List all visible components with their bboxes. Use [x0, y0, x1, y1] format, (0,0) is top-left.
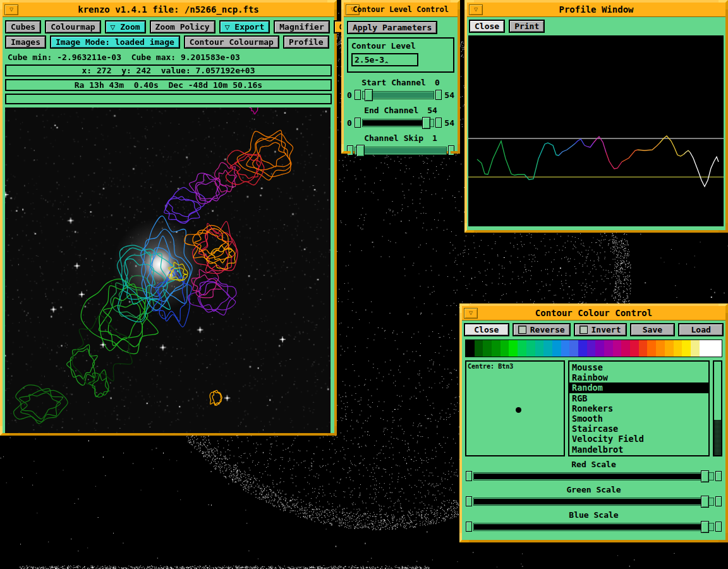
slider-end-button[interactable]	[355, 118, 361, 128]
cubes-button[interactable]: Cubes	[5, 20, 41, 34]
contour-level-input[interactable]: 2.5e-3	[351, 53, 418, 66]
export-menu-button[interactable]: ▽ Export	[219, 20, 270, 34]
slider-thumb[interactable]	[365, 89, 373, 101]
resize-handle[interactable]	[719, 0, 728, 9]
slider-end-button[interactable]	[715, 496, 722, 506]
resize-handle[interactable]	[464, 223, 474, 233]
cube-minmax-readout: Cube min: -2.963211e-03 Cube max: 9.2015…	[8, 52, 332, 62]
slider-trough[interactable]	[355, 147, 447, 155]
list-item[interactable]: Ronekers	[569, 403, 708, 413]
resize-handle[interactable]	[719, 223, 728, 233]
slider-trough[interactable]	[473, 472, 714, 480]
resize-handle[interactable]	[327, 426, 337, 436]
contour-level-title: Contour Level Control	[344, 5, 458, 14]
centre-panel[interactable]: Centre: Btn3	[465, 360, 565, 456]
gradient-swatch	[700, 340, 722, 357]
slider-thumb[interactable]	[701, 470, 709, 482]
apply-parameters-button[interactable]: Apply Parameters	[347, 21, 437, 34]
colour-control-window: ▽ Contour Colour Control Close Reverse I…	[459, 303, 728, 542]
slider-trough[interactable]	[473, 523, 714, 531]
red-scale-slider[interactable]	[466, 470, 722, 482]
slider-thumb[interactable]	[701, 496, 709, 508]
print-button[interactable]: Print	[509, 20, 545, 33]
colourmap-gradient	[465, 340, 722, 357]
resize-handle[interactable]	[464, 0, 474, 9]
contour-colourmap-button[interactable]: Contour Colourmap	[184, 35, 279, 49]
resize-handle[interactable]	[0, 426, 9, 436]
list-item[interactable]: Rainbow	[569, 372, 708, 382]
profile-button[interactable]: Profile	[283, 35, 329, 49]
magnifier-button[interactable]: Magnifier	[274, 20, 329, 34]
list-item[interactable]: Mandelbrot	[569, 444, 708, 455]
list-item[interactable]: RGB	[569, 393, 708, 403]
gradient-swatch	[518, 340, 526, 357]
resize-handle[interactable]	[341, 0, 351, 9]
channel-skip-slider[interactable]	[347, 145, 454, 156]
colourmap-button[interactable]: Colourmap	[45, 20, 100, 34]
slider-end-button[interactable]	[715, 471, 722, 481]
list-item[interactable]: Staircase	[569, 424, 708, 434]
resize-handle[interactable]	[327, 0, 337, 9]
start-channel-slider[interactable]	[355, 89, 442, 101]
slider-trough[interactable]	[473, 498, 714, 506]
slider-thumb[interactable]	[422, 117, 430, 129]
colormap-list[interactable]: Mousse Rainbow Random RGB Ronekers Smoot…	[568, 360, 710, 456]
slider-fill	[360, 148, 446, 154]
resize-handle[interactable]	[451, 0, 460, 9]
list-scrollbar[interactable]	[713, 360, 722, 456]
resize-handle[interactable]	[451, 144, 460, 154]
gradient-swatch	[475, 340, 483, 357]
gradient-swatch	[500, 340, 509, 357]
load-button[interactable]: Load	[678, 323, 724, 336]
slider-end-button[interactable]	[435, 90, 442, 100]
slider-trough[interactable]	[362, 91, 435, 99]
resize-handle[interactable]	[459, 533, 469, 542]
slider-min-label: 0	[347, 118, 352, 128]
list-item[interactable]: Mousse	[569, 362, 708, 372]
slider-trough[interactable]	[362, 119, 435, 127]
close-button[interactable]: Close	[469, 20, 505, 33]
contour-level-titlebar[interactable]: ▽ Contour Level Control	[344, 3, 458, 17]
list-item[interactable]: Random	[569, 382, 708, 393]
slider-end-button[interactable]	[355, 90, 361, 100]
centre-label: Centre: Btn3	[466, 362, 564, 370]
slider-thumb[interactable]	[356, 145, 365, 157]
slider-end-button[interactable]	[715, 522, 722, 532]
colour-control-titlebar[interactable]: ▽ Contour Colour Control	[462, 306, 725, 321]
end-channel-slider[interactable]	[355, 117, 442, 128]
resize-handle[interactable]	[719, 303, 728, 313]
image-mode-button[interactable]: Image Mode: loaded image	[50, 35, 180, 49]
gradient-swatch	[674, 340, 682, 357]
images-button[interactable]: Images	[5, 35, 46, 49]
close-button[interactable]: Close	[464, 323, 509, 336]
slider-end-button[interactable]	[466, 496, 472, 506]
save-button[interactable]: Save	[630, 323, 676, 336]
image-viewport[interactable]	[5, 107, 331, 433]
slider-end-button[interactable]	[435, 118, 442, 128]
krenzo-titlebar[interactable]: ▽ krenzo v1.4.1 file: /n5266_ncp.fts	[3, 3, 334, 17]
resize-handle[interactable]	[341, 144, 351, 154]
profile-titlebar[interactable]: ▽ Profile Window	[467, 3, 725, 17]
scrollbar-trough[interactable]	[714, 420, 721, 455]
channel-skip-label: Channel Skip 1	[347, 133, 454, 143]
status-readout	[5, 94, 332, 104]
gradient-swatch	[578, 340, 587, 357]
resize-handle[interactable]	[719, 533, 728, 542]
slider-thumb[interactable]	[701, 521, 709, 533]
slider-end-button[interactable]	[466, 471, 472, 481]
reverse-checkbox[interactable]: Reverse	[513, 323, 571, 336]
list-item[interactable]: Velocity Field	[569, 434, 708, 444]
resize-handle[interactable]	[0, 0, 9, 9]
gradient-swatch	[613, 340, 622, 357]
gradient-swatch	[492, 340, 500, 357]
colour-control-title: Contour Colour Control	[462, 308, 725, 318]
zoom-policy-button[interactable]: Zoom Policy	[150, 20, 215, 34]
blue-scale-slider[interactable]	[466, 521, 722, 532]
green-scale-slider[interactable]	[466, 496, 722, 507]
zoom-menu-button[interactable]: ▽ Zoom	[105, 20, 146, 34]
slider-end-button[interactable]	[466, 522, 472, 532]
invert-checkbox[interactable]: Invert	[574, 323, 627, 336]
scrollbar-thumb[interactable]	[714, 362, 721, 420]
resize-handle[interactable]	[459, 303, 469, 313]
list-item[interactable]: Smooth	[569, 413, 708, 424]
